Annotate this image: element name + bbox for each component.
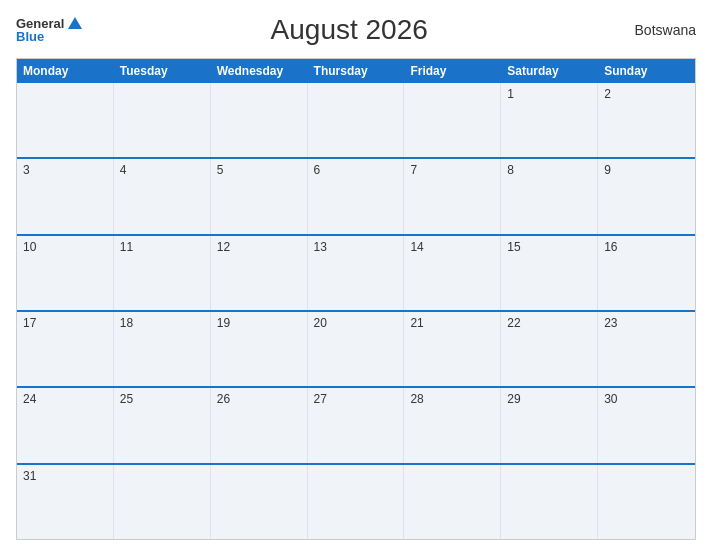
day-number: 1 [507, 87, 591, 101]
weekday-header-monday: Monday [17, 59, 114, 83]
calendar-cell: 2 [598, 83, 695, 157]
calendar: MondayTuesdayWednesdayThursdayFridaySatu… [16, 58, 696, 540]
weekday-header-sunday: Sunday [598, 59, 695, 83]
calendar-cell [211, 83, 308, 157]
day-number: 15 [507, 240, 591, 254]
day-number: 28 [410, 392, 494, 406]
day-number: 25 [120, 392, 204, 406]
day-number: 30 [604, 392, 689, 406]
calendar-header: MondayTuesdayWednesdayThursdayFridaySatu… [17, 59, 695, 83]
day-number: 7 [410, 163, 494, 177]
calendar-cell: 12 [211, 236, 308, 310]
day-number: 31 [23, 469, 107, 483]
calendar-cell: 13 [308, 236, 405, 310]
calendar-cell: 19 [211, 312, 308, 386]
logo-blue-text: Blue [16, 30, 44, 43]
calendar-cell: 24 [17, 388, 114, 462]
calendar-cell: 3 [17, 159, 114, 233]
weekday-header-thursday: Thursday [308, 59, 405, 83]
calendar-week-1: 12 [17, 83, 695, 157]
calendar-cell: 21 [404, 312, 501, 386]
day-number: 10 [23, 240, 107, 254]
day-number: 26 [217, 392, 301, 406]
logo-triangle-icon [68, 17, 82, 29]
calendar-cell [404, 465, 501, 539]
calendar-cell: 25 [114, 388, 211, 462]
calendar-cell: 27 [308, 388, 405, 462]
day-number: 16 [604, 240, 689, 254]
day-number: 19 [217, 316, 301, 330]
calendar-cell: 18 [114, 312, 211, 386]
calendar-title: August 2026 [82, 14, 616, 46]
calendar-cell: 22 [501, 312, 598, 386]
day-number: 12 [217, 240, 301, 254]
calendar-cell: 15 [501, 236, 598, 310]
calendar-cell [114, 465, 211, 539]
day-number: 27 [314, 392, 398, 406]
calendar-cell: 26 [211, 388, 308, 462]
calendar-cell [114, 83, 211, 157]
page: General Blue August 2026 Botswana Monday… [0, 0, 712, 550]
calendar-cell [17, 83, 114, 157]
calendar-cell: 9 [598, 159, 695, 233]
calendar-cell: 16 [598, 236, 695, 310]
calendar-cell: 10 [17, 236, 114, 310]
day-number: 5 [217, 163, 301, 177]
calendar-week-5: 24252627282930 [17, 386, 695, 462]
calendar-cell: 23 [598, 312, 695, 386]
calendar-week-3: 10111213141516 [17, 234, 695, 310]
calendar-body: 1234567891011121314151617181920212223242… [17, 83, 695, 539]
calendar-week-6: 31 [17, 463, 695, 539]
day-number: 23 [604, 316, 689, 330]
day-number: 3 [23, 163, 107, 177]
weekday-header-saturday: Saturday [501, 59, 598, 83]
calendar-cell [501, 465, 598, 539]
day-number: 14 [410, 240, 494, 254]
country-label: Botswana [616, 22, 696, 38]
calendar-cell: 20 [308, 312, 405, 386]
day-number: 6 [314, 163, 398, 177]
day-number: 4 [120, 163, 204, 177]
calendar-cell [404, 83, 501, 157]
day-number: 24 [23, 392, 107, 406]
day-number: 13 [314, 240, 398, 254]
calendar-cell: 1 [501, 83, 598, 157]
day-number: 22 [507, 316, 591, 330]
day-number: 29 [507, 392, 591, 406]
calendar-cell [211, 465, 308, 539]
day-number: 21 [410, 316, 494, 330]
calendar-cell: 6 [308, 159, 405, 233]
calendar-cell [598, 465, 695, 539]
day-number: 18 [120, 316, 204, 330]
day-number: 8 [507, 163, 591, 177]
calendar-cell: 4 [114, 159, 211, 233]
calendar-cell: 29 [501, 388, 598, 462]
header: General Blue August 2026 Botswana [16, 10, 696, 50]
calendar-week-4: 17181920212223 [17, 310, 695, 386]
calendar-cell: 7 [404, 159, 501, 233]
weekday-header-wednesday: Wednesday [211, 59, 308, 83]
calendar-cell: 8 [501, 159, 598, 233]
day-number: 17 [23, 316, 107, 330]
calendar-cell: 28 [404, 388, 501, 462]
weekday-header-tuesday: Tuesday [114, 59, 211, 83]
calendar-cell: 17 [17, 312, 114, 386]
calendar-cell [308, 83, 405, 157]
day-number: 9 [604, 163, 689, 177]
day-number: 2 [604, 87, 689, 101]
calendar-cell: 5 [211, 159, 308, 233]
calendar-cell: 11 [114, 236, 211, 310]
calendar-cell [308, 465, 405, 539]
logo: General Blue [16, 17, 82, 43]
day-number: 11 [120, 240, 204, 254]
weekday-header-friday: Friday [404, 59, 501, 83]
calendar-cell: 30 [598, 388, 695, 462]
calendar-week-2: 3456789 [17, 157, 695, 233]
day-number: 20 [314, 316, 398, 330]
calendar-cell: 14 [404, 236, 501, 310]
calendar-cell: 31 [17, 465, 114, 539]
